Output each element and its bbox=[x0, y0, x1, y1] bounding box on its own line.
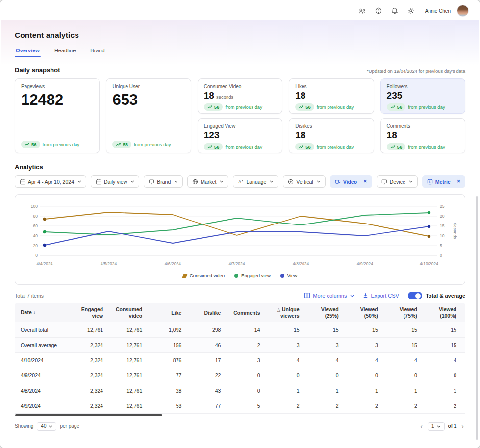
column-header-comments[interactable]: Comments bbox=[229, 303, 269, 322]
category-icon bbox=[288, 179, 294, 185]
table-cell: 15 bbox=[308, 322, 348, 337]
table-cell: 0 bbox=[229, 368, 269, 383]
top-bar-actions: Annie Chen bbox=[356, 5, 469, 17]
table-cell: 1 bbox=[308, 383, 348, 398]
column-header-viewed-50-[interactable]: Viewed (50%) bbox=[348, 303, 387, 322]
column-label: Viewed (50%) bbox=[360, 306, 378, 319]
kpi-label: Pageviews bbox=[21, 84, 93, 89]
table-cell: 1 bbox=[426, 383, 465, 398]
kpi-value: 653 bbox=[112, 92, 184, 108]
chevron-right-icon[interactable]: › bbox=[460, 423, 465, 430]
filter-bar: Apr 4 - Apr 10, 2024Daily viewBrandMarke… bbox=[15, 175, 465, 188]
page-count-label: of 1 bbox=[448, 423, 457, 429]
column-header-dislike[interactable]: Dislike bbox=[190, 303, 229, 322]
vertical-scrollbar[interactable] bbox=[475, 22, 479, 446]
table-cell: 15 bbox=[426, 337, 465, 352]
filter-chip-device[interactable]: Device bbox=[377, 175, 418, 188]
svg-text:60: 60 bbox=[33, 224, 38, 228]
vertical-scrollbar-thumb[interactable] bbox=[476, 196, 478, 440]
legend-swatch bbox=[234, 274, 238, 278]
video-icon bbox=[335, 179, 341, 185]
analytics-title: Analytics bbox=[15, 163, 465, 171]
notifications-icon[interactable] bbox=[389, 5, 401, 17]
tab-brand[interactable]: Brand bbox=[89, 46, 105, 57]
table-controls: Total 7 items More columns Export CSV To… bbox=[15, 292, 465, 299]
tab-headline[interactable]: Headline bbox=[53, 46, 76, 57]
table-cell: 0 bbox=[269, 368, 308, 383]
column-header-viewed-25-[interactable]: Viewed (25%) bbox=[308, 303, 348, 322]
filter-chip-market[interactable]: Market bbox=[187, 175, 228, 188]
filter-chip-metric[interactable]: Metric✕ bbox=[422, 175, 465, 188]
tab-overview[interactable]: Overview bbox=[15, 46, 41, 57]
table-cell: 2 bbox=[348, 398, 387, 413]
column-header-engaged-view[interactable]: Engaged view bbox=[73, 303, 112, 322]
table-cell: 3 bbox=[308, 337, 348, 352]
table-cell: 12,761 bbox=[112, 322, 151, 337]
filter-chip-vertical[interactable]: Vertical bbox=[283, 175, 325, 188]
table-cell: 2 bbox=[426, 398, 465, 413]
kpi-label: Engaged View bbox=[204, 124, 276, 129]
column-header-like[interactable]: Like bbox=[151, 303, 190, 322]
page-title: Content analytics bbox=[15, 31, 465, 40]
filter-chip-apr-4-apr-10-2024[interactable]: Apr 4 - Apr 10, 2024 bbox=[15, 175, 86, 188]
svg-text:A: A bbox=[239, 179, 242, 184]
table-cell: 0 bbox=[229, 383, 269, 398]
more-columns-button[interactable]: More columns bbox=[304, 292, 354, 299]
legend-item-consumed-video[interactable]: Consumed video bbox=[183, 273, 225, 278]
delta-text: from previous day bbox=[317, 144, 354, 149]
column-label: Like bbox=[171, 310, 181, 316]
svg-text:5: 5 bbox=[440, 243, 442, 248]
table-row: Overall average2,32412,7611564623331515 bbox=[15, 337, 465, 352]
table-header-row: Date↓Engaged viewConsumed videoLikeDisli… bbox=[15, 303, 465, 322]
monitor-icon bbox=[149, 179, 154, 185]
chevron-left-icon[interactable]: ‹ bbox=[419, 423, 424, 430]
trend-up-icon bbox=[25, 142, 30, 147]
delta-badge: 56 bbox=[112, 141, 131, 148]
help-icon[interactable] bbox=[373, 5, 384, 17]
page-number-select[interactable]: 1 bbox=[428, 422, 445, 431]
table-cell: 4 bbox=[426, 352, 465, 368]
kpi-value: 12482 bbox=[21, 92, 93, 108]
contacts-icon[interactable] bbox=[356, 5, 368, 17]
total-average-toggle[interactable] bbox=[408, 292, 422, 299]
filter-chip-brand[interactable]: Brand bbox=[144, 175, 183, 188]
filter-chip-label: Vertical bbox=[296, 179, 313, 185]
column-header-unique-viewers[interactable]: △Unique viewers bbox=[269, 303, 308, 322]
calendar-icon bbox=[20, 179, 25, 185]
legend-label: View bbox=[287, 273, 297, 278]
table-cell: 14 bbox=[229, 322, 269, 337]
avatar[interactable] bbox=[457, 5, 469, 17]
table-cell: 15 bbox=[348, 322, 387, 337]
column-label: Viewed (25%) bbox=[321, 306, 339, 319]
column-header-viewed-100-[interactable]: Viewed (100%) bbox=[426, 303, 465, 322]
table-cell: 4 bbox=[348, 352, 387, 368]
table-cell: 22 bbox=[190, 368, 229, 383]
filter-chip-lanuage[interactable]: ALanuage bbox=[233, 175, 278, 188]
trend-up-icon bbox=[207, 104, 213, 110]
page-size-select[interactable]: 40 bbox=[37, 422, 56, 431]
chip-divider bbox=[454, 179, 454, 184]
close-icon[interactable]: ✕ bbox=[363, 179, 367, 184]
horizontal-scrollbar[interactable] bbox=[15, 414, 162, 416]
filter-chip-daily-view[interactable]: Daily view bbox=[91, 175, 139, 188]
filter-chip-video[interactable]: Video✕ bbox=[330, 175, 372, 188]
column-header-date[interactable]: Date↓ bbox=[15, 303, 73, 322]
column-header-viewed-75-[interactable]: Viewed (75%) bbox=[387, 303, 426, 322]
table-cell: 298 bbox=[190, 322, 229, 337]
svg-text:0: 0 bbox=[440, 253, 442, 258]
legend-label: Engaged view bbox=[241, 273, 271, 278]
column-label: Dislike bbox=[204, 310, 221, 316]
filter-chip-label: Daily view bbox=[104, 179, 127, 185]
close-icon[interactable]: ✕ bbox=[457, 179, 461, 184]
settings-icon[interactable] bbox=[405, 5, 417, 17]
column-header-consumed-video[interactable]: Consumed video bbox=[112, 303, 151, 322]
svg-text:25: 25 bbox=[440, 204, 445, 209]
legend-item-engaged-view[interactable]: Engaged view bbox=[234, 273, 271, 278]
table-cell: 0 bbox=[348, 368, 387, 383]
table-cell: 1,092 bbox=[151, 322, 190, 337]
table-cell: 4 bbox=[308, 352, 348, 368]
legend-item-view[interactable]: View bbox=[280, 273, 297, 278]
app-window: Annie Chen Content analytics OverviewHea… bbox=[0, 0, 480, 448]
export-csv-button[interactable]: Export CSV bbox=[363, 293, 399, 299]
svg-text:4/6/2024: 4/6/2024 bbox=[165, 261, 181, 266]
